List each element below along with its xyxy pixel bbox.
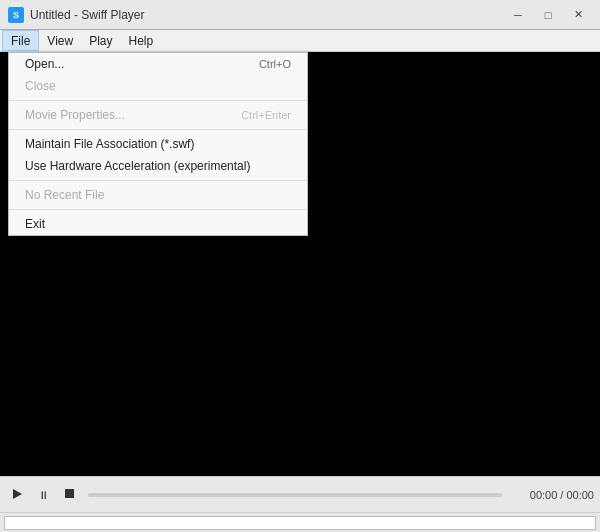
separator-4 bbox=[9, 209, 307, 210]
play-button[interactable] bbox=[6, 484, 28, 506]
status-text bbox=[4, 516, 596, 530]
pause-button[interactable]: ⏸ bbox=[32, 484, 54, 506]
menu-close: Close bbox=[9, 75, 307, 97]
menu-no-recent: No Recent File bbox=[9, 184, 307, 206]
window-controls: ─ □ ✕ bbox=[504, 4, 592, 26]
menu-hw-acceleration[interactable]: Use Hardware Acceleration (experimental) bbox=[9, 155, 307, 177]
file-dropdown-menu: Open... Ctrl+O Close Movie Properties...… bbox=[8, 52, 308, 236]
play-icon bbox=[13, 489, 22, 501]
window-title: Untitled - Swiff Player bbox=[30, 8, 504, 22]
minimize-button[interactable]: ─ bbox=[504, 4, 532, 26]
stop-button[interactable] bbox=[58, 484, 80, 506]
menu-exit[interactable]: Exit bbox=[9, 213, 307, 235]
separator-1 bbox=[9, 100, 307, 101]
close-button[interactable]: ✕ bbox=[564, 4, 592, 26]
menu-open[interactable]: Open... Ctrl+O bbox=[9, 53, 307, 75]
controls-bar: ⏸ 00:00 / 00:00 bbox=[0, 476, 600, 512]
separator-3 bbox=[9, 180, 307, 181]
menu-view[interactable]: View bbox=[39, 30, 81, 51]
menu-bar: File View Play Help bbox=[0, 30, 600, 52]
menu-movie-properties: Movie Properties... Ctrl+Enter bbox=[9, 104, 307, 126]
stop-icon bbox=[65, 489, 74, 500]
menu-file[interactable]: File bbox=[2, 30, 39, 51]
status-bar bbox=[0, 512, 600, 532]
title-bar: S Untitled - Swiff Player ─ □ ✕ bbox=[0, 0, 600, 30]
pause-icon: ⏸ bbox=[38, 489, 49, 501]
maximize-button[interactable]: □ bbox=[534, 4, 562, 26]
menu-file-association[interactable]: Maintain File Association (*.swf) bbox=[9, 133, 307, 155]
menu-help[interactable]: Help bbox=[120, 30, 161, 51]
time-display: 00:00 / 00:00 bbox=[514, 489, 594, 501]
menu-play[interactable]: Play bbox=[81, 30, 120, 51]
app-icon: S bbox=[8, 7, 24, 23]
separator-2 bbox=[9, 129, 307, 130]
seek-bar[interactable] bbox=[88, 493, 502, 497]
